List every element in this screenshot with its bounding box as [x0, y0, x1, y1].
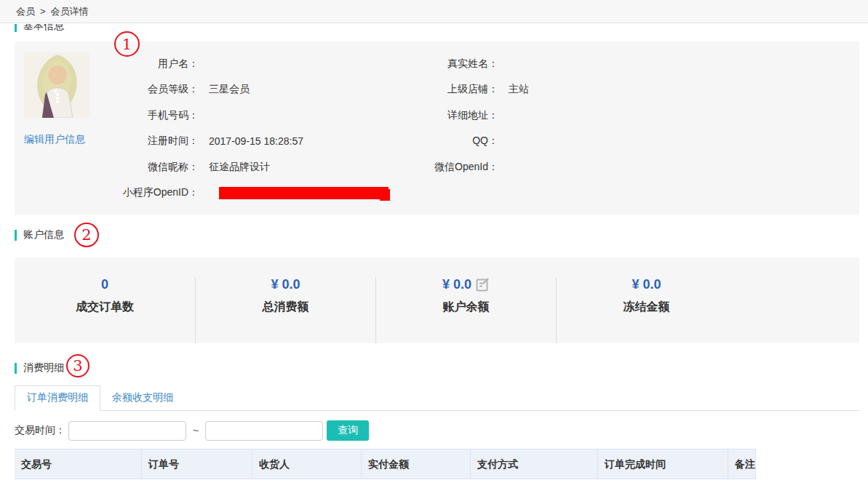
transaction-time-label: 交易时间：	[15, 424, 65, 437]
field-row: QQ：	[407, 129, 529, 155]
basic-info-panel: 编辑用户信息 用户名： 会员等级： 三星会员	[15, 41, 859, 215]
section-accent-bar	[15, 24, 17, 32]
field-label: 真实姓名：	[407, 57, 498, 71]
tab[interactable]: 余额收支明细	[100, 386, 185, 410]
table-header-cell: 交易号	[15, 449, 142, 479]
date-to-input[interactable]	[205, 421, 323, 441]
field-row: 详细地址：	[407, 103, 529, 129]
stat-label: 总消费额	[196, 300, 375, 315]
field-value: 征途品牌设计	[209, 161, 270, 174]
field-row: 会员等级： 三星会员	[111, 77, 407, 103]
annotation-circle-2: 2	[74, 223, 99, 247]
section-accent-bar	[15, 230, 17, 241]
date-from-input[interactable]	[68, 421, 186, 441]
field-row: 用户名：	[111, 51, 407, 77]
section-accent-bar	[15, 363, 17, 374]
field-label: 详细地址：	[407, 109, 498, 122]
stat-cell: 0 成交订单数	[15, 277, 195, 343]
field-label: 注册时间：	[111, 135, 199, 148]
field-value: 2017-09-15 18:28:57	[209, 135, 303, 147]
field-label: 微信OpenId：	[407, 161, 498, 174]
basic-info-title-wrap: 基本信息	[15, 24, 859, 34]
field-row: 微信昵称： 征途品牌设计	[111, 154, 407, 180]
field-label: 小程序OpenID：	[111, 186, 199, 199]
field-row: 小程序OpenID：	[111, 180, 407, 207]
field-value: 主站	[509, 83, 529, 96]
consumption-tabs: 订单消费明细 余额收支明细	[15, 388, 859, 411]
search-button[interactable]: 查询	[327, 420, 369, 441]
account-info-title: 账户信息	[23, 228, 64, 241]
stat-label: 账户余额	[376, 300, 556, 315]
basic-info-title: 基本信息	[23, 24, 64, 33]
field-label: 上级店铺：	[407, 83, 498, 96]
field-row: 手机号码：	[111, 103, 407, 129]
table-header-cell: 支付方式	[471, 449, 598, 479]
field-label: 会员等级：	[111, 83, 199, 96]
table-header-cell: 订单完成时间	[598, 449, 728, 479]
edit-balance-icon[interactable]	[476, 278, 490, 292]
avatar-illustration	[24, 52, 89, 118]
tab[interactable]: 订单消费明细	[15, 385, 100, 411]
stat-value: 0	[101, 277, 108, 292]
field-row: 真实姓名：	[407, 51, 529, 77]
field-row: 注册时间： 2017-09-15 18:28:57	[111, 129, 407, 155]
stat-label: 冻结金额	[557, 300, 736, 315]
redaction-bar	[219, 187, 389, 199]
stat-cell: ¥ 0.0 冻结金额	[556, 277, 736, 343]
stat-label: 成交订单数	[15, 300, 195, 315]
account-stats-panel: 0 成交订单数 ¥ 0.0 总消费额 ¥ 0.0	[15, 257, 859, 343]
annotation-circle-3: 3	[66, 354, 89, 377]
stat-cell: ¥ 0.0 账户余额	[375, 277, 556, 343]
table-header-cell: 收货人	[252, 449, 362, 479]
consumption-title: 消费明细	[23, 361, 64, 375]
basic-fields-right: 真实姓名： 上级店铺： 主站 详细地址： QQ：	[407, 51, 529, 180]
date-range-separator: ~	[193, 425, 199, 436]
breadcrumb-item-member-detail: 会员详情	[51, 5, 89, 18]
table-header-cell: 实付金额	[362, 449, 471, 479]
stat-value: ¥ 0.0	[271, 277, 300, 292]
breadcrumb: 会员 > 会员详情	[0, 0, 868, 23]
stat-cell: ¥ 0.0 总消费额	[195, 277, 375, 343]
transaction-filter: 交易时间： ~ 查询	[15, 420, 859, 441]
orders-table-header: 交易号 订单号 收货人 实付金额 支付方式 订单完成时间 备注	[15, 449, 859, 479]
edit-user-info-link[interactable]: 编辑用户信息	[24, 133, 85, 146]
field-row: 上级店铺： 主站	[407, 77, 529, 103]
table-header-cell: 备注	[728, 449, 756, 479]
user-avatar	[24, 52, 89, 118]
basic-fields-left: 用户名： 会员等级： 三星会员 手机号码：	[111, 51, 407, 206]
field-label: 微信昵称：	[111, 161, 199, 174]
stat-value: ¥ 0.0	[632, 277, 661, 292]
field-row: 微信OpenId：	[407, 154, 529, 180]
table-header-cell: 订单号	[142, 449, 252, 479]
breadcrumb-item-members[interactable]: 会员	[16, 5, 35, 18]
breadcrumb-separator: >	[40, 6, 46, 17]
field-value: 三星会员	[209, 83, 250, 96]
field-label: 手机号码：	[111, 109, 199, 122]
field-label: 用户名：	[111, 57, 199, 71]
annotation-circle-1: 1	[114, 31, 140, 57]
field-label: QQ：	[407, 135, 498, 148]
stat-value: ¥ 0.0	[442, 277, 471, 292]
